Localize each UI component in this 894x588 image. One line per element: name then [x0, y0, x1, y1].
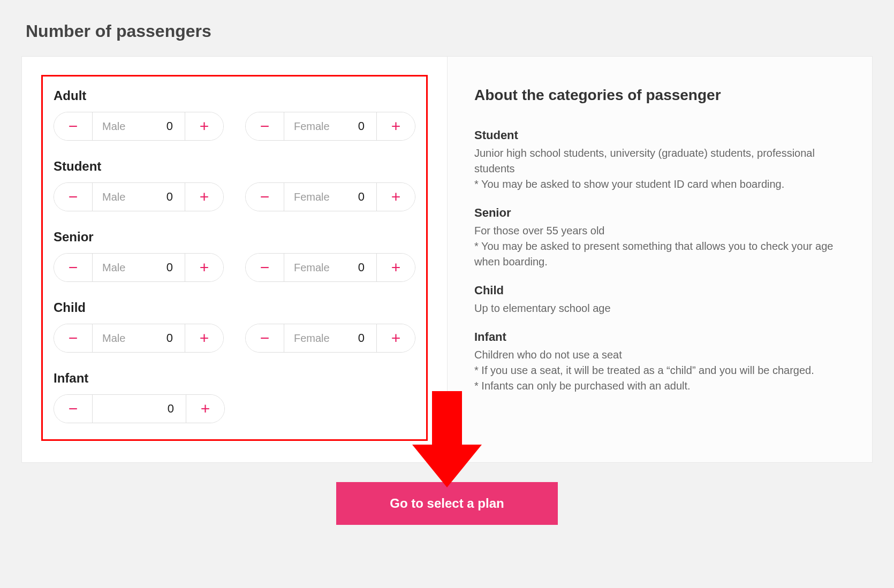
about-panel: About the categories of passenger Studen… [447, 57, 872, 462]
about-senior-desc: For those over 55 years old* You may be … [474, 223, 845, 270]
adult-male-value: 0 [151, 112, 185, 140]
senior-female-value: 0 [343, 254, 376, 281]
minus-icon: − [260, 188, 270, 206]
minus-icon: − [260, 329, 270, 347]
child-male-value: 0 [151, 324, 185, 352]
about-title: About the categories of passenger [474, 87, 845, 104]
child-male-label: Male [93, 324, 151, 352]
senior-female-minus-button[interactable]: − [246, 254, 284, 281]
minus-icon: − [69, 117, 78, 135]
infant-stepper-spacer [93, 395, 153, 423]
minus-icon: − [260, 258, 270, 277]
plus-icon: + [200, 329, 209, 347]
plus-icon: + [200, 117, 209, 135]
student-male-minus-button[interactable]: − [54, 183, 93, 211]
senior-female-label: Female [284, 254, 343, 281]
senior-female-stepper: − Female 0 + [245, 253, 415, 282]
about-student-desc: Junior high school students, university … [474, 146, 845, 192]
infant-plus-button[interactable]: + [186, 395, 224, 423]
plus-icon: + [200, 188, 209, 206]
cta-area: Go to select a plan [21, 482, 873, 525]
adult-female-label: Female [284, 112, 343, 140]
plus-icon: + [391, 188, 401, 206]
adult-male-stepper: − Male 0 + [54, 112, 224, 141]
child-female-stepper: − Female 0 + [245, 324, 415, 353]
about-child-desc: Up to elementary school age [474, 301, 845, 316]
child-row: − Male 0 + − Female 0 + [54, 324, 415, 353]
adult-male-label: Male [93, 112, 151, 140]
student-female-minus-button[interactable]: − [246, 183, 284, 211]
student-female-value: 0 [343, 183, 376, 211]
about-senior-term: Senior [474, 206, 845, 220]
minus-icon: − [69, 400, 78, 418]
minus-icon: − [69, 258, 78, 277]
category-student-label: Student [54, 159, 415, 174]
infant-row: − 0 + [54, 394, 415, 423]
senior-male-minus-button[interactable]: − [54, 254, 93, 281]
student-male-label: Male [93, 183, 151, 211]
plus-icon: + [200, 258, 209, 277]
about-student-term: Student [474, 128, 845, 142]
senior-male-label: Male [93, 254, 151, 281]
student-male-plus-button[interactable]: + [185, 183, 223, 211]
adult-row: − Male 0 + − Female 0 + [54, 112, 415, 141]
passenger-form-panel: Adult − Male 0 + − Female 0 + Student [22, 57, 447, 462]
student-male-value: 0 [151, 183, 185, 211]
adult-female-stepper: − Female 0 + [245, 112, 415, 141]
adult-male-minus-button[interactable]: − [54, 112, 93, 140]
go-to-select-plan-button[interactable]: Go to select a plan [336, 482, 557, 525]
infant-stepper: − 0 + [54, 394, 225, 423]
child-female-label: Female [284, 324, 343, 352]
minus-icon: − [69, 188, 78, 206]
adult-female-value: 0 [343, 112, 376, 140]
child-male-stepper: − Male 0 + [54, 324, 224, 353]
child-female-minus-button[interactable]: − [246, 324, 284, 352]
minus-icon: − [260, 117, 270, 135]
page-title: Number of passengers [26, 21, 873, 41]
highlight-box: Adult − Male 0 + − Female 0 + Student [41, 75, 428, 441]
adult-female-plus-button[interactable]: + [376, 112, 415, 140]
passenger-card: Adult − Male 0 + − Female 0 + Student [21, 56, 873, 463]
category-infant-label: Infant [54, 371, 415, 386]
infant-value: 0 [153, 395, 186, 423]
senior-male-plus-button[interactable]: + [185, 254, 223, 281]
student-female-label: Female [284, 183, 343, 211]
plus-icon: + [391, 117, 401, 135]
adult-female-minus-button[interactable]: − [246, 112, 284, 140]
plus-icon: + [201, 400, 210, 418]
category-adult-label: Adult [54, 88, 415, 103]
category-senior-label: Senior [54, 230, 415, 245]
plus-icon: + [391, 329, 401, 347]
about-infant-desc: Children who do not use a seat* If you u… [474, 347, 845, 394]
senior-female-plus-button[interactable]: + [376, 254, 415, 281]
senior-row: − Male 0 + − Female 0 + [54, 253, 415, 282]
minus-icon: − [69, 329, 78, 347]
plus-icon: + [391, 258, 401, 277]
child-female-plus-button[interactable]: + [376, 324, 415, 352]
about-child-term: Child [474, 284, 845, 297]
about-infant-term: Infant [474, 330, 845, 344]
category-child-label: Child [54, 300, 415, 315]
child-female-value: 0 [343, 324, 376, 352]
student-female-stepper: − Female 0 + [245, 182, 415, 211]
student-male-stepper: − Male 0 + [54, 182, 224, 211]
adult-male-plus-button[interactable]: + [185, 112, 223, 140]
child-male-plus-button[interactable]: + [185, 324, 223, 352]
infant-minus-button[interactable]: − [54, 395, 93, 423]
student-row: − Male 0 + − Female 0 + [54, 182, 415, 211]
student-female-plus-button[interactable]: + [376, 183, 415, 211]
senior-male-value: 0 [151, 254, 185, 281]
child-male-minus-button[interactable]: − [54, 324, 93, 352]
senior-male-stepper: − Male 0 + [54, 253, 224, 282]
